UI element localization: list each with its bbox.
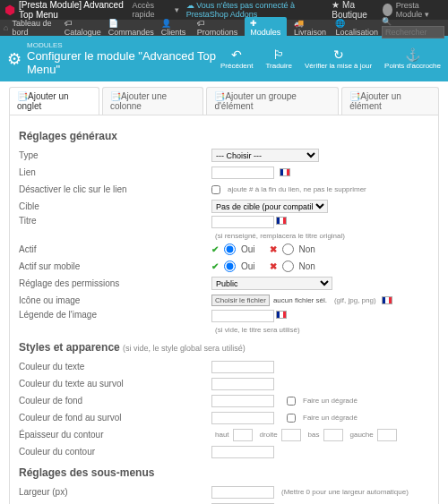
tab-add-element[interactable]: 📑Ajouter un élément: [341, 87, 439, 115]
link-input[interactable]: [211, 167, 274, 179]
text-color-label: Couleur du texte: [19, 362, 211, 372]
flag-icon[interactable]: [276, 311, 287, 319]
border-bottom-input[interactable]: [323, 429, 343, 441]
bg-label: Couleur de fond: [19, 396, 211, 406]
text-hover-input[interactable]: [211, 378, 274, 390]
active-mobile-label: Actif sur mobile: [19, 261, 211, 271]
perms-select[interactable]: Public: [211, 277, 332, 290]
nav-modules[interactable]: ✚ Modules: [245, 17, 287, 38]
title-label: Titre: [19, 216, 211, 226]
addons-link[interactable]: ☁ Vous n'êtes pas connecté à PrestaShop …: [186, 1, 323, 19]
link-label: Lien: [19, 167, 211, 177]
target-label: Cible: [19, 201, 211, 211]
bg-hover-gradient-checkbox[interactable]: [287, 414, 296, 423]
translate-button[interactable]: 🏳Traduire: [265, 47, 292, 70]
flag-icon[interactable]: [280, 168, 290, 176]
bg-hover-label: Couleur de fond au survol: [19, 413, 211, 423]
active-mobile-yes-radio[interactable]: [224, 261, 236, 272]
width-label: Largeur (px): [19, 487, 211, 497]
section-general: Réglages généraux: [19, 130, 429, 142]
search-input[interactable]: [382, 26, 444, 38]
type-select[interactable]: --- Choisir ---: [211, 149, 319, 162]
width-input[interactable]: [211, 486, 274, 499]
disable-click-checkbox[interactable]: [211, 185, 220, 194]
type-label: Type: [19, 150, 211, 160]
quick-chevron[interactable]: ▾: [175, 5, 179, 14]
title-input[interactable]: [211, 216, 274, 228]
page-title: Configurer le module "Advanced Top Menu": [27, 49, 220, 76]
avatar[interactable]: [383, 4, 392, 16]
text-color-input[interactable]: [211, 361, 274, 373]
nav-local[interactable]: 🌐 Localisation: [335, 19, 378, 37]
text-hover-label: Couleur du texte au survol: [19, 379, 211, 389]
active-label: Actif: [19, 244, 211, 254]
bg-input[interactable]: [211, 395, 274, 407]
nav-search[interactable]: 🔍: [382, 17, 444, 38]
active-yes-radio[interactable]: [224, 243, 236, 255]
user-menu[interactable]: Presta Module ▾: [396, 1, 440, 19]
border-top-input[interactable]: [233, 429, 253, 441]
perms-label: Réglage des permissions: [19, 278, 211, 288]
check-icon: ✔: [211, 244, 219, 254]
file-button[interactable]: Choisir le fichier: [211, 295, 270, 306]
tab-add-column[interactable]: 📑Ajouter une colonne: [102, 87, 204, 115]
file-status: aucun fichier sél.: [273, 296, 327, 304]
tab-add-group[interactable]: 📑Ajouter un groupe d'élément: [206, 87, 339, 115]
title-hint: (si renseigné, remplacera le titre origi…: [215, 232, 345, 240]
icon-label: Icône ou image: [19, 295, 211, 305]
check-icon: ✔: [211, 261, 219, 271]
bg-gradient-checkbox[interactable]: [287, 397, 296, 406]
nav-orders[interactable]: 📄 Commandes: [108, 19, 154, 37]
legend-input[interactable]: [211, 310, 274, 322]
gear-icon: ⚙: [7, 49, 22, 69]
section-styles: Styles et apparence (si vide, le style g…: [19, 341, 429, 354]
border-width-label: Épaisseur du contour: [19, 430, 211, 440]
nav-dashboard[interactable]: Tableau de bord: [12, 19, 56, 37]
disable-hint: ajoute # à la fin du lien, ne pas le sup…: [228, 185, 366, 193]
shop-link[interactable]: ★ Ma Boutique: [332, 0, 377, 20]
home-icon[interactable]: ⌂: [4, 23, 8, 32]
update-button[interactable]: ↻Vérifier la mise à jour: [305, 47, 372, 70]
flag-icon[interactable]: [382, 296, 392, 304]
bg-hover-input[interactable]: [211, 412, 274, 424]
border-right-input[interactable]: [281, 429, 301, 441]
disable-click-label: Désactiver le clic sur le lien: [19, 184, 211, 194]
active-mobile-no-radio[interactable]: [282, 261, 294, 272]
nav-promos[interactable]: 🏷 Promotions: [197, 19, 238, 37]
flag-icon[interactable]: [276, 217, 287, 225]
section-submenu: Réglages des sous-menus: [19, 466, 429, 479]
border-left-input[interactable]: [377, 429, 397, 441]
nav-catalog[interactable]: 🏷 Catalogue: [65, 19, 101, 37]
nav-shipping[interactable]: 🚚 Livraison: [294, 19, 329, 37]
quick-access[interactable]: Accès rapide: [133, 1, 168, 19]
active-no-radio[interactable]: [282, 243, 294, 255]
border-color-label: Couleur du contour: [19, 447, 211, 457]
border-color-input[interactable]: [211, 446, 274, 458]
x-icon: ✖: [270, 261, 277, 271]
back-button[interactable]: ↶Précédent: [220, 47, 253, 70]
tab-add-tab[interactable]: 📑Ajouter un onglet: [9, 87, 99, 115]
x-icon: ✖: [270, 244, 277, 254]
window-title: [Presta Module] Advanced Top Menu: [19, 0, 129, 20]
breadcrumb: MODULES: [27, 41, 220, 49]
target-select[interactable]: Pas de cible (pour compatibilité W3C): [211, 200, 328, 213]
nav-clients[interactable]: 👤 Clients: [161, 19, 190, 37]
logo-icon: ⬢: [4, 3, 15, 17]
legend-label: Légende de l'image: [19, 310, 211, 320]
hooks-button[interactable]: ⚓Points d'accroche: [384, 47, 441, 70]
